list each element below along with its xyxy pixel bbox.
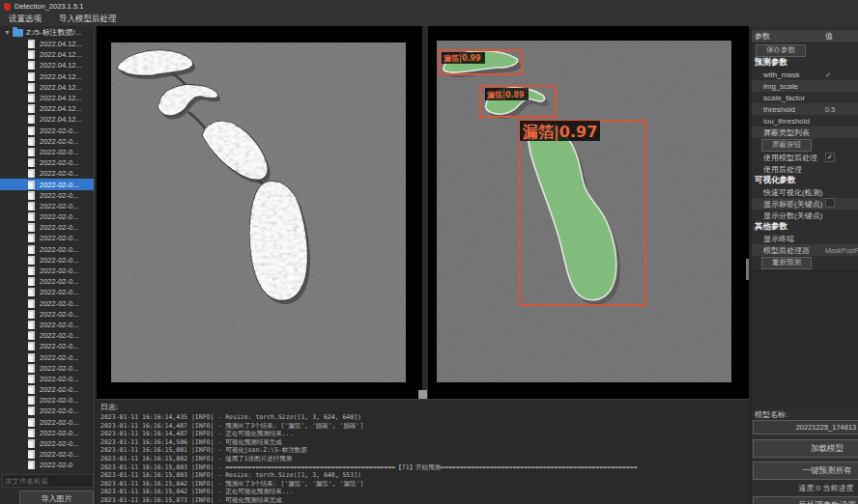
filename-search-input[interactable]: [2, 474, 94, 488]
tree-file-row[interactable]: 2022-02-0...: [0, 276, 94, 287]
tree-file-row[interactable]: 2022-02-0...: [0, 222, 94, 233]
file-icon: [28, 299, 35, 308]
tree-file-row[interactable]: 2022.04.12...: [0, 49, 94, 60]
tree-file-label: 2022.04.12...: [40, 61, 82, 70]
tree-file-row[interactable]: 2022-02-0...: [0, 351, 94, 362]
file-icon: [28, 396, 35, 405]
with-mask-check[interactable]: ✓: [825, 70, 858, 79]
tree-file-row[interactable]: 2022-02-0...: [0, 211, 94, 222]
tree-file-label: 2022.04.12...: [40, 40, 82, 48]
tree-file-row[interactable]: 2022-02-0...: [0, 330, 94, 341]
tree-file-row[interactable]: 2022-02-0...: [0, 438, 94, 449]
param-row-img-scale: img_scale: [752, 80, 858, 92]
original-image: [111, 42, 406, 382]
file-icon: [28, 50, 35, 59]
section-other-params: 其他参数: [752, 221, 858, 233]
vertical-scrollbar-handle[interactable]: [746, 259, 749, 280]
tree-file-row[interactable]: 2022-02-0...: [0, 406, 94, 416]
log-line: 2023-01-11 16:16:14,506 |INFO| - 可视化预测结果…: [97, 438, 749, 447]
file-icon: [28, 212, 35, 221]
tree-file-row[interactable]: 2022-02-0...: [0, 179, 94, 189]
menu-import-model-post[interactable]: 导入模型后处理: [50, 13, 126, 26]
tree-file-row[interactable]: 2022-02-0...: [0, 287, 94, 297]
tree-file-label: 2022-02-0...: [40, 385, 78, 394]
prediction-image-viewer[interactable]: 漏箔|0.99 漏箔|0.89 漏箔|0.97: [428, 26, 749, 399]
tree-file-row[interactable]: 2022-02-0...: [0, 320, 94, 330]
tree-file-row[interactable]: 2022-02-0...: [0, 384, 94, 395]
tree-file-row[interactable]: 2022-02-0...: [0, 449, 94, 460]
app-icon: [4, 3, 11, 11]
tree-file-row[interactable]: 2022-02-0...: [0, 395, 94, 406]
tree-file-row[interactable]: 2022-02-0...: [0, 201, 94, 211]
title-bar: Detection_2023.1.5.1: [0, 0, 858, 13]
tree-file-row[interactable]: 2022-02-0...: [0, 374, 94, 384]
param-row-scale-factor: scale_factor: [752, 92, 858, 103]
param-label: 显示标签(关键点): [752, 199, 825, 210]
use-model-post-checkbox[interactable]: ✓: [825, 153, 835, 162]
tree-file-row[interactable]: 2022-02-0...: [0, 136, 94, 147]
tree-file-row[interactable]: 2022-02-0...: [0, 233, 94, 243]
tree-root-row[interactable]: ▼ Z:/5-标注数据/...: [0, 26, 94, 39]
tree-file-row[interactable]: 2022-02-0...: [0, 309, 94, 320]
log-line: 2023-01-11 16:16:14,487 |INFO| - 正在可视化预测…: [97, 430, 749, 438]
tree-file-row[interactable]: 2022-02-0...: [0, 363, 94, 374]
tree-file-row[interactable]: 2022-02-0...: [0, 168, 94, 179]
tree-file-label: 2022-02-0: [40, 461, 72, 469]
tree-file-row[interactable]: 2022-02-0...: [0, 298, 94, 309]
tree-file-label: 2022-02-0...: [40, 342, 78, 350]
tree-file-row[interactable]: 2022.04.12...: [0, 82, 94, 93]
tree-file-row[interactable]: 2022.04.12...: [0, 60, 94, 70]
tree-file-row[interactable]: 2022.04.12...: [0, 93, 94, 103]
predict-all-button[interactable]: 一键预测所有: [753, 462, 858, 480]
tree-file-row[interactable]: 2022-02-0...: [0, 190, 94, 201]
tree-root-label: Z:/5-标注数据/...: [26, 27, 81, 38]
tree-file-row[interactable]: 2022.04.12...: [0, 71, 94, 82]
post-settings-button[interactable]: 后处理参数设置: [753, 496, 858, 504]
horizontal-scrollbar-handle[interactable]: [418, 390, 427, 399]
tree-file-label: 2022-02-0...: [40, 418, 78, 427]
tree-file-label: 2022-02-0...: [40, 299, 78, 308]
model-name-field[interactable]: 20221225_174813: [753, 420, 858, 434]
tree-file-label: 2022-02-0...: [40, 429, 78, 437]
tree-file-row[interactable]: 2022-02-0...: [0, 126, 94, 136]
menu-settings[interactable]: 设置选项: [0, 13, 50, 26]
save-params-button[interactable]: 保存参数: [756, 44, 806, 57]
file-icon: [28, 429, 35, 437]
log-line: 2023-01-11 16:16:15,003 |INFO| - =======…: [97, 463, 749, 472]
log-line: 2023-01-11 16:16:15,001 |INFO| - 可视化json…: [97, 446, 749, 455]
log-line: 2023-01-11 16:16:15,042 |INFO| - 正在可视化预测…: [97, 488, 749, 496]
file-tree[interactable]: ▼ Z:/5-标注数据/... 2022.04.12... 2022.04.12…: [0, 26, 94, 472]
tree-file-label: 2022-02-0...: [40, 353, 78, 362]
file-icon: [28, 104, 35, 113]
tree-file-row[interactable]: 2022.04.12...: [0, 114, 94, 125]
tree-file-row[interactable]: 2022.04.12...: [0, 103, 94, 114]
param-row-show-label: 显示标签(关键点): [752, 198, 858, 210]
original-image-viewer[interactable]: [97, 26, 422, 399]
tree-file-row[interactable]: 2022-02-0...: [0, 157, 94, 168]
param-row-use-post: 使用后处理: [752, 163, 858, 175]
detection-label-3: 漏箔|0.97: [522, 123, 597, 142]
import-images-button[interactable]: 导入图片: [19, 490, 94, 504]
model-post-processor-value: MaskPostPro: [825, 247, 858, 254]
param-label: threshold: [752, 105, 825, 114]
tree-file-row[interactable]: 2022.04.12...: [0, 39, 94, 49]
tree-file-label: 2022-02-0...: [40, 169, 78, 178]
load-model-button[interactable]: 加载模型: [753, 439, 858, 458]
tree-file-row[interactable]: 2022-02-0: [0, 460, 94, 470]
tree-file-label: 2022-02-0...: [40, 137, 78, 146]
repredict-button[interactable]: 重新预测: [761, 257, 812, 269]
show-label-checkbox[interactable]: [825, 198, 835, 208]
tree-file-row[interactable]: 2022-02-0...: [0, 244, 94, 255]
params-panel: 参数 值 保存参数 预测参数 with_mask ✓ img_scale sca…: [752, 26, 858, 504]
tree-file-row[interactable]: 2022-02-0...: [0, 341, 94, 351]
tree-file-row[interactable]: 2022-02-0...: [0, 417, 94, 428]
log-panel[interactable]: 日志: 2023-01-11 16:16:14,435 |INFO| - Res…: [97, 399, 749, 504]
tree-file-row[interactable]: 2022-02-0...: [0, 428, 94, 438]
tree-expander-icon[interactable]: ▼: [4, 29, 13, 36]
tree-file-row[interactable]: 2022-02-0...: [0, 147, 94, 157]
tree-file-row[interactable]: 2022-02-0...: [0, 266, 94, 276]
block-button[interactable]: 屏蔽按钮: [761, 139, 812, 152]
tree-file-label: 2022-02-0...: [40, 375, 78, 383]
param-row-use-model-post: 使用模型后处理 ✓: [752, 152, 858, 163]
tree-file-row[interactable]: 2022-02-0...: [0, 255, 94, 266]
